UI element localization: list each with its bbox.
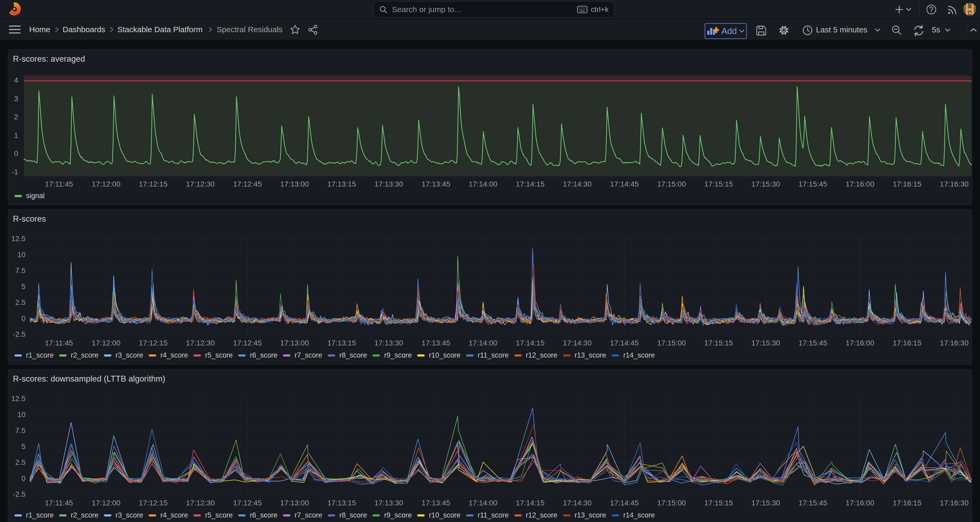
svg-text:17:12:45: 17:12:45	[233, 499, 262, 507]
svg-text:17:15:45: 17:15:45	[799, 339, 827, 347]
svg-text:17:16:00: 17:16:00	[846, 180, 875, 188]
svg-text:17:16:30: 17:16:30	[940, 339, 969, 347]
svg-text:10: 10	[18, 251, 25, 259]
svg-text:0: 0	[21, 474, 25, 482]
svg-text:17:15:30: 17:15:30	[751, 499, 780, 507]
svg-text:17:13:45: 17:13:45	[422, 339, 450, 347]
svg-text:0: 0	[14, 149, 18, 158]
svg-text:17:12:30: 17:12:30	[186, 180, 215, 188]
svg-text:1: 1	[14, 131, 18, 139]
svg-text:17:15:30: 17:15:30	[751, 180, 780, 188]
svg-text:17:12:15: 17:12:15	[139, 180, 168, 188]
svg-text:17:14:45: 17:14:45	[610, 339, 639, 347]
svg-text:17:14:00: 17:14:00	[469, 180, 498, 188]
svg-text:17:13:30: 17:13:30	[375, 180, 403, 188]
svg-text:2: 2	[14, 113, 18, 121]
svg-text:-2.5: -2.5	[13, 490, 25, 498]
svg-text:4: 4	[14, 76, 18, 84]
svg-text:17:13:45: 17:13:45	[422, 499, 450, 507]
svg-text:7.5: 7.5	[15, 267, 25, 275]
svg-text:17:14:15: 17:14:15	[516, 499, 545, 507]
svg-text:17:14:00: 17:14:00	[469, 499, 498, 507]
svg-text:17:13:15: 17:13:15	[328, 339, 356, 347]
svg-text:17:15:45: 17:15:45	[799, 499, 827, 507]
svg-text:2.5: 2.5	[15, 458, 25, 466]
svg-text:17:13:30: 17:13:30	[375, 339, 403, 347]
svg-text:17:15:15: 17:15:15	[705, 499, 733, 507]
svg-text:17:14:15: 17:14:15	[516, 339, 545, 347]
svg-text:17:14:45: 17:14:45	[610, 499, 639, 507]
svg-text:12.5: 12.5	[11, 235, 26, 243]
svg-text:17:12:00: 17:12:00	[92, 180, 121, 188]
svg-text:17:12:15: 17:12:15	[139, 499, 168, 507]
svg-text:17:16:30: 17:16:30	[940, 180, 969, 188]
svg-text:17:13:45: 17:13:45	[422, 180, 450, 188]
svg-text:2.5: 2.5	[15, 298, 25, 306]
svg-text:7.5: 7.5	[15, 426, 25, 434]
svg-text:17:12:45: 17:12:45	[233, 339, 262, 347]
svg-text:17:16:00: 17:16:00	[846, 339, 875, 347]
svg-text:17:13:00: 17:13:00	[280, 180, 309, 188]
svg-text:17:13:00: 17:13:00	[280, 499, 309, 507]
svg-text:17:13:15: 17:13:15	[328, 180, 356, 188]
svg-text:10: 10	[18, 410, 25, 419]
svg-text:17:12:15: 17:12:15	[139, 339, 168, 347]
svg-text:12.5: 12.5	[11, 394, 26, 402]
svg-text:3: 3	[14, 94, 18, 103]
svg-text:17:13:30: 17:13:30	[375, 499, 403, 507]
svg-text:17:13:00: 17:13:00	[280, 339, 309, 347]
svg-text:0: 0	[21, 314, 25, 322]
svg-text:17:11:45: 17:11:45	[45, 339, 73, 347]
svg-text:17:15:30: 17:15:30	[751, 339, 780, 347]
svg-text:17:12:45: 17:12:45	[233, 180, 262, 188]
svg-text:17:13:15: 17:13:15	[328, 499, 356, 507]
svg-text:5: 5	[21, 442, 25, 450]
svg-text:17:15:00: 17:15:00	[657, 180, 686, 188]
svg-text:17:14:00: 17:14:00	[469, 339, 498, 347]
svg-text:17:16:15: 17:16:15	[893, 339, 921, 347]
svg-text:17:15:15: 17:15:15	[705, 339, 733, 347]
svg-text:17:14:30: 17:14:30	[563, 339, 592, 347]
svg-text:17:11:45: 17:11:45	[45, 180, 73, 188]
svg-text:17:15:00: 17:15:00	[657, 339, 686, 347]
svg-text:5: 5	[21, 283, 25, 291]
svg-text:17:16:15: 17:16:15	[893, 180, 921, 188]
svg-text:17:16:30: 17:16:30	[940, 499, 969, 507]
svg-text:17:14:30: 17:14:30	[563, 180, 592, 188]
svg-text:17:16:15: 17:16:15	[893, 499, 921, 507]
svg-text:17:15:45: 17:15:45	[799, 180, 827, 188]
svg-text:17:11:45: 17:11:45	[45, 499, 73, 507]
svg-text:17:15:15: 17:15:15	[705, 180, 733, 188]
svg-text:-2.5: -2.5	[13, 330, 25, 338]
svg-text:17:12:30: 17:12:30	[186, 499, 215, 507]
svg-text:17:12:00: 17:12:00	[92, 339, 121, 347]
svg-text:17:14:30: 17:14:30	[563, 499, 592, 507]
svg-text:17:15:00: 17:15:00	[657, 499, 686, 507]
svg-text:17:12:00: 17:12:00	[92, 499, 121, 507]
svg-text:17:12:30: 17:12:30	[186, 339, 215, 347]
svg-text:17:14:15: 17:14:15	[516, 180, 545, 188]
svg-text:17:16:00: 17:16:00	[846, 499, 875, 507]
svg-text:-1: -1	[11, 168, 18, 176]
svg-text:17:14:45: 17:14:45	[610, 180, 639, 188]
